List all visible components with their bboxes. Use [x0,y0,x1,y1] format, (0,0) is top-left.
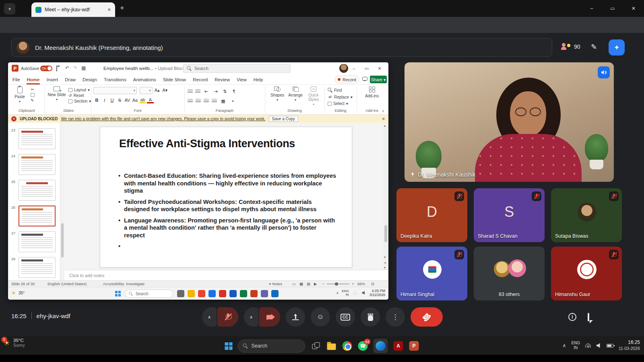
video-tile-himani[interactable]: Himani Singhal [396,247,467,300]
undo-icon[interactable]: ↶ [65,65,69,71]
volume-icon[interactable] [362,291,366,295]
video-tile-sharad[interactable]: S Sharad S Chavan [474,188,545,242]
autosave-toggle[interactable]: On [40,66,52,71]
language-indicator[interactable]: ENGIN [571,341,580,350]
tab-record[interactable]: Record [192,76,208,84]
editor-scrollbar[interactable]: ▴ ▾ ∧ ▾ [383,123,388,270]
browser-minimize-button[interactable]: – [581,0,602,17]
more-options-button[interactable]: ⋮ [386,307,405,327]
paragraph-marks-button[interactable]: ¶ [231,88,237,95]
zoom-in-icon[interactable]: + [352,282,354,286]
language-status[interactable]: English (United States) [47,282,87,286]
outlook-icon[interactable] [271,290,279,297]
weather-temp[interactable]: 35° [19,291,25,295]
wifi-icon[interactable] [353,291,357,295]
arrange-button[interactable]: Arrange▾ [287,86,304,102]
grow-font-icon[interactable]: A▴ [154,87,161,94]
mic-muted-button[interactable] [217,307,238,327]
main-video-tile[interactable]: Dr. Meenakshi Kaushik [405,62,614,182]
taskbar-search-box[interactable]: Search [125,290,173,298]
thumbnail-slide-23[interactable]: 23 [8,128,60,152]
powerpoint-icon[interactable] [250,290,258,297]
thumbnail-slide-25[interactable]: 25 [8,179,60,203]
banner-close-icon[interactable]: ✕ [382,117,385,121]
redo-icon[interactable]: ↷ [73,65,77,71]
font-name-box[interactable]: ▾ [93,87,137,94]
scroll-up-icon[interactable]: ▴ [384,124,386,128]
reading-view-icon[interactable]: ▤ [307,282,310,286]
powerpoint-button[interactable]: P [409,341,419,351]
slide-sorter-icon[interactable]: ▦ [299,282,303,286]
thumbnail-slide-28[interactable]: 28 [8,256,60,280]
accessibility-status[interactable]: Accessibility: Investigate [103,282,144,286]
leave-call-button[interactable]: ☎ [411,307,443,327]
layout-button[interactable]: Layout ▾ [68,88,91,92]
align-center-button[interactable] [196,99,201,103]
normal-view-icon[interactable]: ▭ [292,282,296,286]
camera-off-button[interactable] [259,307,280,327]
italic-button[interactable]: I [101,97,108,103]
slideshow-from-start-icon[interactable]: ▦ [81,65,86,71]
save-a-copy-button[interactable]: Save a Copy [269,116,298,122]
task-view-icon[interactable] [177,290,184,297]
tab-close-icon[interactable]: ✕ [107,7,111,12]
addins-button[interactable]: Add-ins [361,86,383,98]
tab-draw[interactable]: Draw [64,76,76,84]
captions-button[interactable]: CC [336,307,355,327]
tab-transitions[interactable]: Transitions [103,76,127,84]
bullets-button[interactable] [188,89,193,93]
save-icon[interactable] [56,66,57,71]
font-color-button[interactable]: A [147,97,154,103]
ppt-search-box[interactable]: Search [183,64,291,73]
reset-button[interactable]: ↺Reset [68,93,91,98]
fit-to-window-icon[interactable]: ⊡ [371,282,374,286]
thumbnail-slide-26-selected[interactable]: 26 [8,205,60,229]
scrollbar-thumb[interactable] [384,225,387,242]
columns-button[interactable]: ▦ [220,98,227,104]
line-spacing-button[interactable]: ⇅ [221,88,228,95]
volume-icon[interactable] [597,343,601,348]
language-indicator[interactable]: ENGIN [342,289,349,296]
task-view-button[interactable] [311,341,321,351]
copy-button[interactable] [31,93,35,97]
align-left-button[interactable] [188,99,193,103]
taskbar-search-box[interactable]: Search [238,339,305,353]
tab-slide-show[interactable]: Slide Show [163,76,187,84]
quick-styles-button[interactable]: A Quick Styles▾ [304,86,323,107]
tray-chevron-icon[interactable]: ∧ [336,291,339,295]
word-icon[interactable] [229,290,237,297]
tab-home[interactable]: Home [27,76,40,84]
ppt-close-button[interactable]: ✕ [373,62,386,74]
edge-button-active[interactable] [374,339,388,353]
shrink-font-icon[interactable]: A▾ [161,87,168,94]
upload-blocked-link[interactable]: We ran into a problem with this file and… [61,117,265,121]
present-button[interactable] [286,307,305,327]
shapes-button[interactable]: Shapes▾ [269,86,286,102]
paste-button[interactable]: Paste▾ [10,86,29,104]
tab-file[interactable]: File [12,76,21,84]
underline-button[interactable]: U [109,97,116,103]
teams-icon[interactable] [261,290,268,297]
excel-icon[interactable] [240,290,247,297]
font-size-box[interactable]: ▾ [140,87,153,94]
text-direction-button[interactable]: ▾ [229,98,236,104]
chrome-button[interactable] [342,341,353,351]
video-tile-others[interactable]: 83 others [474,247,545,300]
annotate-pen-icon[interactable]: ✎ [591,43,597,51]
justify-button[interactable] [212,99,217,103]
align-right-button[interactable] [204,99,209,103]
office-account-avatar[interactable] [339,64,348,73]
clock-widget[interactable]: 16:25 11-03-2026 [619,339,640,351]
change-case-button[interactable]: Aa [132,97,138,103]
tab-search-icon[interactable]: ▾ [4,3,15,14]
meeting-details-button[interactable]: i [568,313,576,321]
start-button[interactable] [225,342,233,350]
zoom-out-icon[interactable]: − [322,282,324,286]
thumbnail-slide-27[interactable]: 27 [8,230,60,255]
whatsapp-button[interactable]: ☎63 [358,341,368,351]
acrobat-button[interactable]: A [393,341,404,351]
browser-tab[interactable]: Meet – ehy-jkav-wdf ✕ [31,2,115,17]
tab-review[interactable]: Review [214,76,230,84]
tray-chevron-icon[interactable]: ∧ [563,343,566,348]
notes-pane[interactable]: Click to add notes [64,270,388,280]
